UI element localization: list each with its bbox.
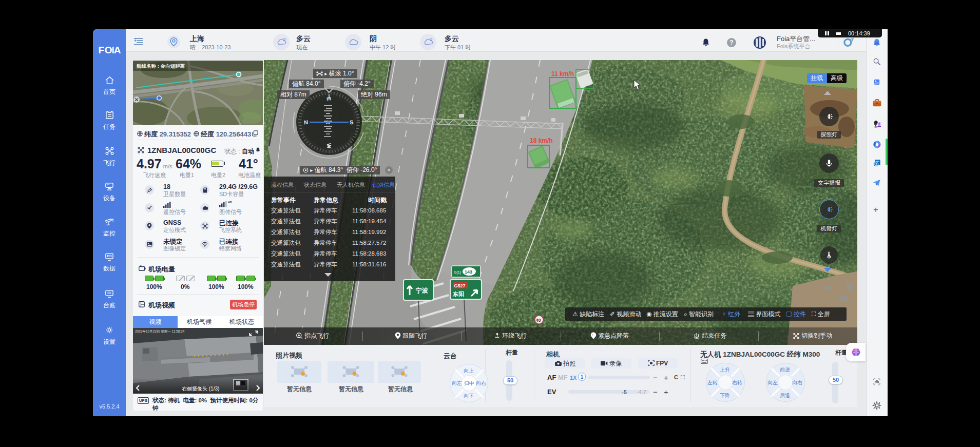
svg-text:2023年10月23日 星期一 11:58:34: 2023年10月23日 星期一 11:58:34 bbox=[135, 329, 185, 334]
svg-text:40: 40 bbox=[536, 318, 541, 323]
svg-text:N: N bbox=[303, 119, 308, 126]
svg-text:S: S bbox=[349, 119, 354, 126]
svg-text:HD: HD bbox=[228, 201, 232, 204]
svg-text:G527: G527 bbox=[454, 283, 466, 288]
svg-text:航线名称 : 金向短距离: 航线名称 : 金向短距离 bbox=[136, 63, 185, 69]
svg-text:W: W bbox=[326, 143, 333, 149]
svg-text:11 km/h: 11 km/h bbox=[551, 70, 574, 77]
svg-text:东阳: 东阳 bbox=[452, 291, 464, 297]
svg-text:G(1): G(1) bbox=[454, 270, 461, 275]
svg-text:宁波: 宁波 bbox=[415, 287, 428, 294]
svg-text:143: 143 bbox=[465, 269, 472, 275]
svg-text:右侧摄像头 (1/3): 右侧摄像头 (1/3) bbox=[182, 386, 219, 392]
svg-text:18 km/h: 18 km/h bbox=[530, 137, 553, 144]
